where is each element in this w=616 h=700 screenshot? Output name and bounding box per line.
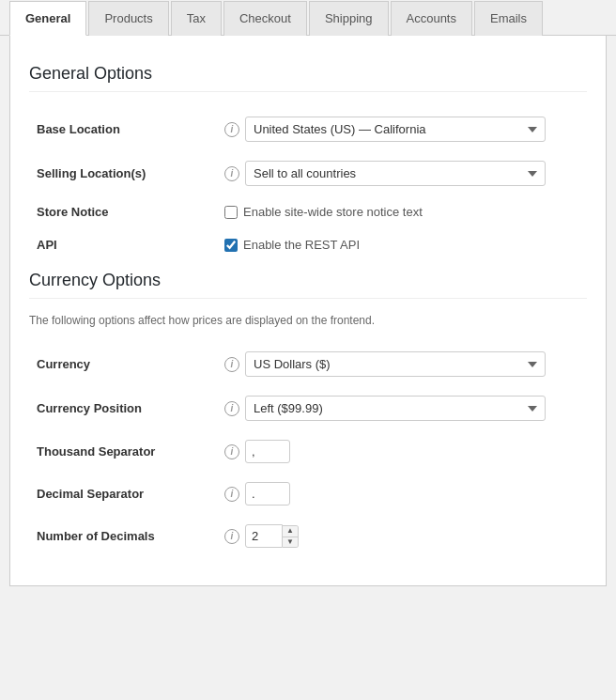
selling-location-field-row: i Sell to all countries	[224, 161, 579, 186]
decimal-separator-input[interactable]	[245, 482, 290, 506]
tab-shipping[interactable]: Shipping	[309, 1, 389, 36]
tab-general[interactable]: General	[9, 1, 86, 36]
thousand-separator-field-row: i	[224, 440, 579, 463]
api-label: API	[37, 238, 57, 252]
tab-checkout[interactable]: Checkout	[223, 1, 307, 36]
currency-field-row: i US Dollars ($)	[224, 351, 579, 377]
selling-location-select[interactable]: Sell to all countries	[245, 161, 546, 186]
selling-location-help-icon[interactable]: i	[224, 166, 239, 181]
general-options-title: General Options	[29, 64, 587, 92]
number-of-decimals-field-row: i ▲ ▼	[224, 524, 579, 548]
base-location-help-icon[interactable]: i	[224, 122, 239, 137]
number-of-decimals-help-icon[interactable]: i	[224, 529, 239, 544]
currency-options-subtitle: The following options affect how prices …	[29, 314, 587, 327]
stepper-buttons: ▲ ▼	[283, 525, 299, 548]
api-checkbox-text: Enable the REST API	[243, 238, 360, 252]
number-of-decimals-input[interactable]	[245, 524, 283, 548]
currency-position-select[interactable]: Left ($99.99)	[245, 396, 546, 421]
currency-position-label: Currency Position	[37, 401, 142, 415]
number-of-decimals-label: Number of Decimals	[37, 529, 155, 543]
tabs-bar: General Products Tax Checkout Shipping A…	[0, 0, 616, 36]
store-notice-checkbox-text: Enable site-wide store notice text	[243, 205, 423, 219]
tab-products[interactable]: Products	[88, 1, 168, 36]
decimal-separator-label: Decimal Separator	[37, 487, 144, 501]
store-notice-checkbox[interactable]	[224, 206, 238, 219]
stepper-up-button[interactable]: ▲	[283, 526, 298, 537]
currency-position-field-row: i Left ($99.99)	[224, 396, 579, 421]
thousand-separator-label: Thousand Separator	[37, 444, 155, 459]
number-of-decimals-stepper: ▲ ▼	[245, 524, 299, 548]
tab-accounts[interactable]: Accounts	[391, 1, 472, 36]
selling-location-label: Selling Location(s)	[37, 166, 146, 180]
base-location-select[interactable]: United States (US) — California	[245, 117, 546, 142]
content-area: General Options Base Location i United S…	[9, 36, 607, 586]
decimal-separator-help-icon[interactable]: i	[224, 487, 239, 502]
general-options-table: Base Location i United States (US) — Cal…	[29, 107, 587, 261]
thousand-separator-help-icon[interactable]: i	[224, 444, 239, 459]
store-notice-label: Store Notice	[37, 205, 109, 219]
page-wrapper: General Products Tax Checkout Shipping A…	[0, 0, 616, 700]
currency-select[interactable]: US Dollars ($)	[245, 351, 546, 377]
store-notice-checkbox-label[interactable]: Enable site-wide store notice text	[224, 205, 579, 219]
currency-help-icon[interactable]: i	[224, 357, 239, 372]
decimal-separator-field-row: i	[224, 482, 579, 506]
thousand-separator-input[interactable]	[245, 440, 290, 463]
base-location-label: Base Location	[37, 122, 120, 136]
api-checkbox[interactable]	[224, 239, 238, 252]
tab-tax[interactable]: Tax	[171, 1, 222, 36]
tab-emails[interactable]: Emails	[474, 1, 543, 36]
currency-options-table: Currency i US Dollars ($) Currency Posit…	[29, 342, 587, 557]
stepper-down-button[interactable]: ▼	[283, 537, 298, 547]
api-checkbox-label[interactable]: Enable the REST API	[224, 238, 579, 252]
base-location-field-row: i United States (US) — California	[224, 117, 579, 142]
currency-position-help-icon[interactable]: i	[224, 401, 239, 416]
currency-label: Currency	[37, 357, 90, 371]
currency-options-title: Currency Options	[29, 271, 587, 299]
